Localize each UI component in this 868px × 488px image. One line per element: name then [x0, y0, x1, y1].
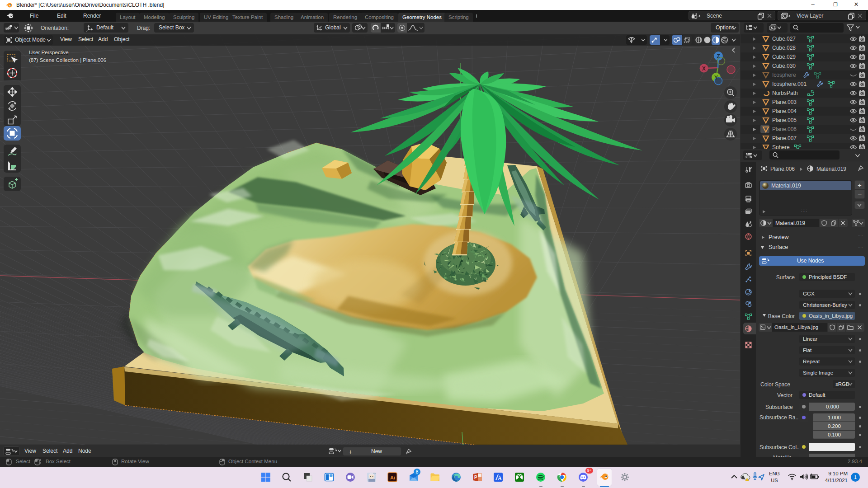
- svg-text:Y: Y: [714, 75, 718, 81]
- svg-text:X: X: [702, 66, 706, 72]
- svg-text:P: P: [474, 475, 477, 480]
- svg-text:Z: Z: [717, 53, 720, 60]
- svg-text:Ai: Ai: [390, 475, 395, 480]
